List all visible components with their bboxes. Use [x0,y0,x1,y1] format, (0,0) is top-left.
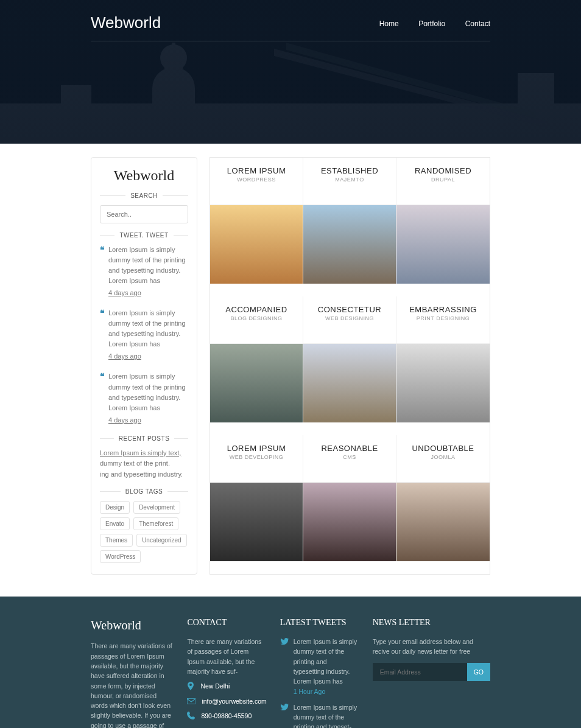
recent-post[interactable]: Lorem Ipsum is simply text, dummy text o… [100,448,188,480]
svg-rect-7 [187,698,195,704]
search-heading: SEARCH [130,192,158,199]
nav-home[interactable]: Home [379,19,399,28]
sidebar-tweet: ❝Lorem Ipsum is simply dummy text of the… [100,245,188,298]
sidebar-tweet: ❝Lorem Ipsum is simply dummy text of the… [100,308,188,362]
search-input[interactable] [100,205,188,223]
sidebar-tweet: ❝Lorem Ipsum is simply dummy text of the… [100,371,188,425]
hero: Webworld Home Portfolio Contact [0,0,581,144]
tag[interactable]: Themeforest [133,517,178,530]
portfolio-item-head[interactable]: ACCOMPANIEDBLOG DESIGNING [210,296,303,344]
footer-tweet: Lorem Ipsum is simply dummy text of the … [280,702,359,728]
tags-heading: BLOG TAGS [125,488,163,495]
tweet-timestamp[interactable]: 4 days ago [108,415,141,425]
tag[interactable]: Design [100,501,130,514]
tag[interactable]: Uncategorized [136,534,186,547]
quote-icon: ❝ [100,307,105,320]
tag[interactable]: Themes [100,534,133,547]
main-nav: Home Portfolio Contact [362,18,490,29]
portfolio-item-head[interactable]: LOREM IPSUMWEB DEVELOPING [210,435,303,483]
quote-icon: ❝ [100,370,105,383]
contact-email-row[interactable]: info@yourwebsite.com [187,696,266,706]
portfolio-grid: LOREM IPSUMWORDPRESSESTABLISHEDMAJEMTORA… [210,157,490,575]
twitter-icon [280,704,289,711]
quote-icon: ❝ [100,243,105,257]
portfolio-item-head[interactable]: UNDOUBTABLEJOOMLA [396,435,490,483]
portfolio-image[interactable] [210,483,303,561]
sidebar: Webworld SEARCH TWEET. TWEET ❝Lorem Ipsu… [91,157,197,575]
tweet-timestamp[interactable]: 4 days ago [108,351,141,362]
portfolio-item-head[interactable]: EMBARRASSINGPRINT DESIGNING [396,296,490,344]
newsletter-heading: NEWS LETTER [373,616,490,629]
newsletter-submit-button[interactable]: GO [467,663,490,681]
portfolio-item-head[interactable]: ESTABLISHEDMAJEMTO [303,158,396,205]
tag[interactable]: Envato [100,517,130,530]
newsletter-email-input[interactable] [373,663,467,681]
tweet-timestamp[interactable]: 4 days ago [108,288,141,298]
portfolio-item-head[interactable]: LOREM IPSUMWORDPRESS [210,158,303,205]
tweets-heading: TWEET. TWEET [119,232,168,239]
portfolio-image[interactable] [396,344,490,422]
portfolio-item-head[interactable]: CONSECTETURWEB DESIGNING [303,296,396,344]
nav-contact[interactable]: Contact [465,19,490,28]
contact-heading: CONTACT [187,616,266,629]
footer-logo: Webworld [91,616,174,635]
site-logo[interactable]: Webworld [91,13,161,32]
contact-phone-row: 890-09880-45590 [187,711,266,721]
phone-icon [187,712,195,719]
portfolio-image[interactable] [303,344,396,422]
portfolio-image[interactable] [210,205,303,284]
portfolio-image[interactable] [396,483,490,561]
sidebar-brand: Webworld [100,167,188,184]
portfolio-image[interactable] [396,205,490,284]
newsletter-text: Type your email address below and recive… [373,637,490,657]
location-icon [187,682,194,690]
latest-tweets-heading: LATEST TWEETS [280,616,359,629]
footer: Webworld There are many variations of pa… [0,597,581,728]
footer-tweet: Lorem Ipsum is simply dummy text of the … [280,637,359,696]
tweet-timestamp[interactable]: 1 Hour Ago [294,688,326,695]
portfolio-image[interactable] [303,483,396,561]
portfolio-image[interactable] [210,344,303,422]
tag[interactable]: Development [133,501,180,514]
portfolio-item-head[interactable]: REASONABLECMS [303,435,396,483]
footer-about: There are many variations of passages of… [91,641,174,728]
twitter-icon [280,638,289,645]
mail-icon [187,698,195,704]
portfolio-image[interactable] [303,205,396,284]
recent-heading: RECENT POSTS [119,435,170,442]
nav-portfolio[interactable]: Portfolio [418,19,445,28]
contact-intro: There are many variations of passages of… [187,637,266,676]
tag[interactable]: WordPress [100,550,141,563]
portfolio-item-head[interactable]: RANDOMISEDDRUPAL [396,158,490,205]
contact-city-row: New Delhi [187,681,266,691]
